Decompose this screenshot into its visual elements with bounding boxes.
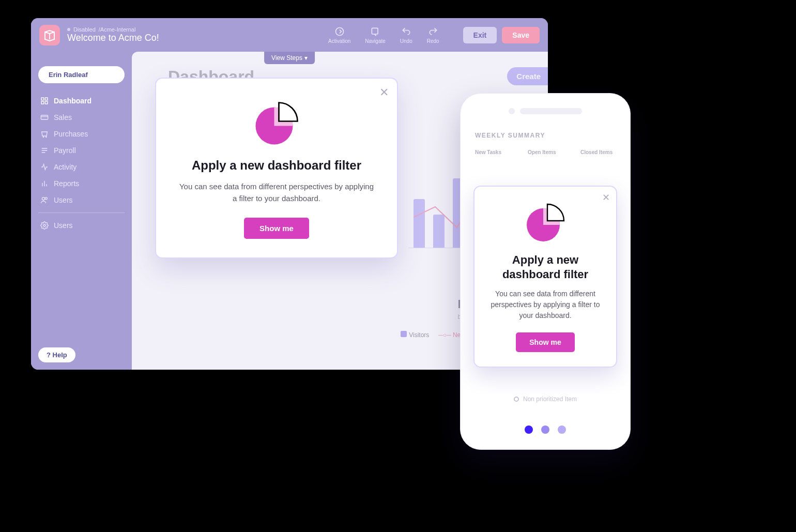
sidebar-item-activity[interactable]: Activity [38, 159, 125, 175]
sidebar: Erin Radleaf Dashboard Sales Purchases P… [31, 52, 132, 370]
sidebar-item-settings-users[interactable]: Users [38, 217, 125, 234]
svg-point-11 [43, 224, 45, 226]
svg-rect-1 [372, 28, 378, 34]
chevron-down-icon: ▾ [304, 54, 308, 62]
svg-point-9 [42, 197, 44, 200]
non-prioritised-row: Non prioritized Item [461, 396, 630, 403]
phone-modal-body: You can see data from different perspect… [487, 288, 604, 321]
sidebar-item-reports[interactable]: Reports [38, 175, 125, 192]
save-button[interactable]: Save [502, 27, 540, 43]
modal-title: Apply a new dashboard filter [177, 158, 376, 173]
view-steps-tab[interactable]: View Steps ▾ [264, 52, 315, 64]
legend-square-icon [401, 331, 407, 337]
sidebar-item-users[interactable]: Users [38, 192, 125, 208]
stat-new-tasks: New Tasks [475, 149, 512, 155]
sidebar-item-label: Dashboard [54, 97, 91, 105]
status-dot-icon [67, 28, 70, 31]
phone-status-bar-icon [520, 108, 582, 114]
help-button[interactable]: ? Help [38, 347, 75, 362]
sidebar-item-sales[interactable]: Sales [38, 109, 125, 126]
header-tools: Activation Navigate Undo Redo Exit Save [328, 26, 540, 44]
svg-rect-2 [41, 98, 44, 100]
close-icon[interactable]: ✕ [379, 86, 389, 99]
sidebar-item-dashboard[interactable]: Dashboard [38, 93, 125, 109]
page-dots[interactable] [461, 425, 630, 434]
activation-tool[interactable]: Activation [328, 26, 350, 44]
navigate-label: Navigate [365, 38, 385, 44]
redo-tool[interactable]: Redo [427, 26, 439, 44]
sidebar-item-payroll[interactable]: Payroll [38, 142, 125, 159]
onboarding-modal: ✕ Apply a new dashboard filter You can s… [155, 78, 398, 259]
pie-chart-icon [253, 100, 300, 147]
stat-closed-items: Closed Items [580, 149, 618, 155]
sidebar-item-label: Purchases [54, 130, 88, 138]
exit-button[interactable]: Exit [463, 27, 497, 43]
phone-mock: WEEKLY SUMMARY New Tasks Open Items Clos… [460, 93, 631, 450]
undo-label: Undo [400, 38, 412, 44]
sidebar-item-label: Reports [54, 179, 79, 188]
user-pill[interactable]: Erin Radleaf [38, 66, 125, 83]
navigate-tool[interactable]: Navigate [365, 26, 385, 44]
view-steps-label: View Steps [271, 54, 302, 62]
modal-body: You can see data from different perspect… [177, 181, 376, 204]
svg-rect-4 [41, 101, 44, 104]
svg-point-8 [46, 136, 47, 137]
svg-point-7 [43, 136, 43, 137]
phone-show-me-button[interactable]: Show me [516, 332, 574, 352]
app-title: Welcome to Acme Co! [67, 33, 159, 43]
svg-rect-6 [41, 115, 48, 119]
phone-statusbar [461, 94, 630, 114]
svg-point-10 [45, 197, 47, 200]
weekly-summary: WEEKLY SUMMARY New Tasks Open Items Clos… [461, 114, 630, 155]
page-dot-1[interactable] [525, 425, 533, 434]
svg-rect-3 [45, 98, 48, 100]
close-icon[interactable]: ✕ [602, 192, 610, 203]
svg-point-0 [335, 27, 343, 35]
phone-status-circle-icon [509, 108, 515, 114]
sidebar-item-label: Activity [54, 163, 76, 171]
stat-open-items: Open Items [528, 149, 565, 155]
non-prioritised-label: Non prioritized Item [523, 396, 577, 403]
page-dot-3[interactable] [558, 425, 566, 434]
svg-rect-5 [45, 101, 48, 104]
workspace-path: /Acme-Internal [99, 26, 136, 33]
phone-onboarding-modal: ✕ Apply a new dashboard filter You can s… [473, 186, 617, 368]
pie-chart-icon [525, 202, 566, 244]
sidebar-item-label: Payroll [54, 146, 76, 155]
sidebar-item-label: Users [54, 196, 73, 204]
radio-icon [514, 397, 519, 402]
legend-visitors: Visitors [409, 331, 429, 339]
redo-label: Redo [427, 38, 439, 44]
create-button[interactable]: Create [507, 67, 548, 85]
legend-line-icon: ─○─ [438, 331, 453, 339]
app-logo-icon [39, 25, 60, 45]
undo-tool[interactable]: Undo [400, 26, 412, 44]
sidebar-item-label: Sales [54, 113, 72, 121]
activation-label: Activation [328, 38, 350, 44]
show-me-button[interactable]: Show me [244, 218, 309, 239]
status-text: Disabled [73, 26, 96, 33]
page-dot-2[interactable] [541, 425, 549, 434]
sidebar-separator [38, 212, 125, 213]
phone-modal-title: Apply a new dashboard filter [487, 253, 604, 281]
sidebar-item-purchases[interactable]: Purchases [38, 126, 125, 142]
weekly-heading: WEEKLY SUMMARY [475, 132, 616, 139]
app-header: Disabled /Acme-Internal Welcome to Acme … [31, 18, 548, 52]
sidebar-item-label: Users [54, 221, 73, 230]
